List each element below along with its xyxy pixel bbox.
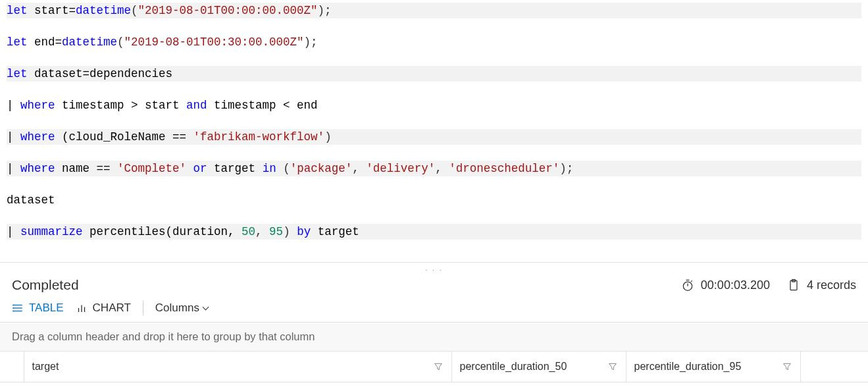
tab-separator [143,301,143,315]
chevron-down-icon [203,301,208,315]
group-by-dropzone[interactable]: Drag a column header and drop it here to… [0,322,868,352]
status-label: Completed [12,277,79,293]
tab-chart[interactable]: CHART [76,301,131,315]
table-row[interactable]: delivery3757 [0,382,868,392]
status-bar: Completed 00:00:03.200 4 records [0,274,868,301]
filter-icon[interactable] [782,361,792,372]
query-editor[interactable]: let start=datetime("2019-08-01T00:00:00.… [0,0,868,263]
cell-p50: 37 [451,382,626,392]
svg-point-9 [13,311,14,311]
svg-point-0 [683,282,692,290]
column-header-p50[interactable]: percentile_duration_50 [451,352,626,382]
results-table: targetpercentile_duration_50percentile_d… [0,352,868,391]
tab-chart-label: CHART [93,301,131,315]
column-header-empty [800,352,868,382]
filter-icon[interactable] [607,361,618,372]
query-duration: 00:00:03.200 [681,278,770,292]
stopwatch-icon [681,278,694,292]
columns-dropdown[interactable]: Columns [155,301,208,315]
column-header-p95[interactable]: percentile_duration_95 [626,352,800,382]
expand-column-header [0,352,24,382]
cell-p95: 57 [626,382,800,392]
filter-icon[interactable] [433,361,444,372]
svg-point-7 [13,305,14,305]
view-tabs: TABLE CHART Columns [0,301,868,322]
svg-point-8 [13,308,14,309]
tab-table[interactable]: TABLE [12,301,64,315]
columns-label: Columns [155,301,199,315]
expand-row-toggle[interactable] [0,382,24,392]
chart-icon [76,302,88,314]
table-icon [12,302,24,314]
clipboard-icon [787,278,800,292]
tab-table-label: TABLE [29,301,64,315]
splitter-handle[interactable]: · · · [0,263,868,274]
column-header-target[interactable]: target [24,352,451,382]
cell-target: delivery [24,382,451,392]
record-count: 4 records [787,278,856,292]
